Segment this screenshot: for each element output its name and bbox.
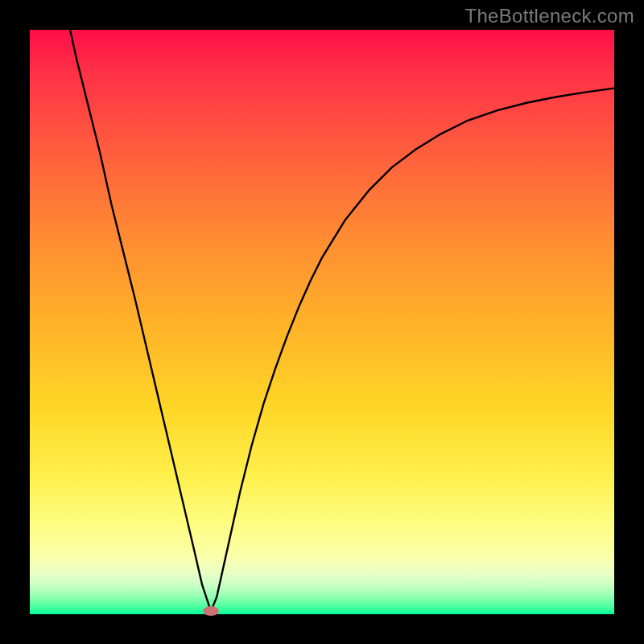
optimum-marker xyxy=(203,606,219,616)
watermark-text: TheBottleneck.com xyxy=(464,5,634,27)
plot-area xyxy=(30,30,614,614)
chart-frame: TheBottleneck.com xyxy=(0,0,644,644)
bottleneck-curve xyxy=(30,30,614,614)
